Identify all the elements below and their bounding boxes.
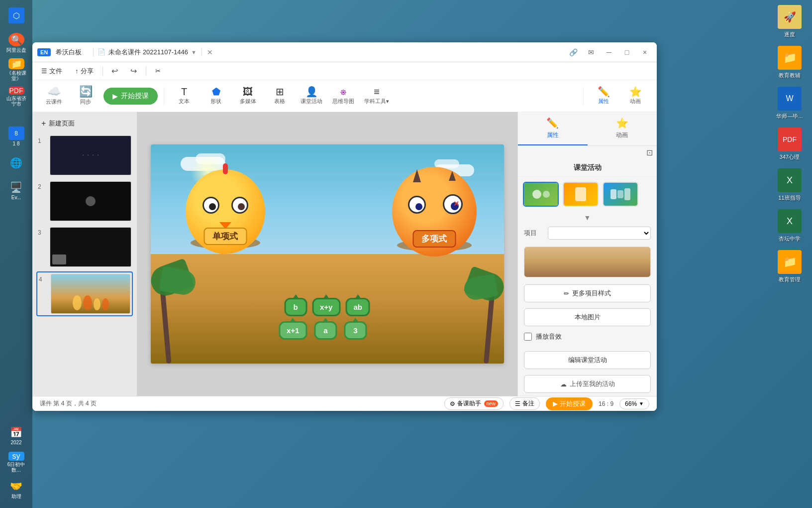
token-b[interactable]: b	[284, 298, 307, 316]
close-tab-btn[interactable]: ✕	[207, 48, 213, 56]
file-tab[interactable]: 📄 未命名课件 20221107-1446 ▼ ✕	[98, 48, 566, 57]
zoom-button[interactable]: 66% ▼	[619, 398, 649, 409]
slide-number-1: 1	[38, 135, 46, 144]
shape-label: 形状	[210, 98, 221, 105]
shape-tool[interactable]: ⬟ 形状	[202, 83, 230, 109]
share-menu[interactable]: ↑ 分享	[71, 65, 98, 78]
table-tool[interactable]: ⊞ 表格	[266, 83, 294, 109]
desktop-icon-right-6[interactable]: X 杏坛中学	[772, 209, 807, 243]
token-a[interactable]: a	[314, 321, 337, 340]
table-label: 表格	[274, 98, 285, 105]
start-teaching-label: 开始授课	[560, 399, 586, 408]
file-name: 未命名课件 20221107-1446	[108, 48, 188, 57]
upload-activity-button[interactable]: ☁ 上传至我的活动	[524, 375, 651, 393]
panel-expand-btn[interactable]: ⊡	[646, 148, 653, 157]
token-ab[interactable]: ab	[345, 298, 370, 316]
monster-eye-right: ✕	[443, 194, 463, 214]
text-label: 文本	[179, 98, 190, 105]
panel-project-row: 项目	[518, 224, 657, 243]
animation-tab[interactable]: ⭐ 动画	[588, 112, 657, 145]
token-xplusy[interactable]: x+y	[312, 298, 340, 316]
right-panel: ✏️ 属性 ⭐ 动画 ⊡ 课堂活动	[517, 112, 657, 396]
slide-item-3[interactable]: 3	[36, 226, 133, 268]
canvas-slide[interactable]: 单项式	[151, 144, 504, 364]
local-image-button[interactable]: 本地图片	[524, 308, 651, 326]
media-tool[interactable]: 🖼 多媒体	[234, 83, 262, 109]
close-btn[interactable]: ×	[638, 45, 652, 59]
start-teaching-button[interactable]: ▶ 开始授课	[546, 397, 593, 410]
minimize-btn[interactable]: ─	[602, 45, 616, 59]
maximize-btn[interactable]: □	[620, 45, 634, 59]
taskbar-icon-bottom2[interactable]: sy 6日初中数...	[4, 450, 28, 474]
taskbar-icon-bottom1[interactable]: 📅 2022	[4, 423, 28, 447]
props-tool[interactable]: ✏️ 属性	[590, 83, 617, 109]
props-tab[interactable]: ✏️ 属性	[518, 112, 588, 145]
activity-thumb-3[interactable]	[603, 182, 638, 207]
toolbar: ☁️ 云课件 🔄 同步 ▶ 开始授课 T 文本 ⬟ 形状 🖼 多媒体 ⊞ 表格	[32, 80, 657, 112]
props-tab-icon: ✏️	[546, 117, 559, 129]
play-icon: ▶	[112, 92, 118, 100]
taskbar-icon-3[interactable]: 📁 《名校课堂》	[4, 58, 28, 82]
cut-menu[interactable]: ✂	[151, 65, 165, 77]
app-logo: EN	[37, 48, 51, 56]
taskbar-icon-6[interactable]: 🌐	[4, 151, 28, 175]
status-right: ⚙ 备课助手 new ☰ 备注 ▶ 开始授课 16 : 9 66% ▼	[444, 397, 649, 410]
sound-effect-checkbox[interactable]	[524, 333, 532, 341]
project-select[interactable]	[548, 227, 651, 240]
edit-activity-button[interactable]: 编辑课堂活动	[524, 351, 651, 369]
slide-item-4[interactable]: 4	[36, 271, 133, 316]
token-xplus1[interactable]: x+1	[279, 321, 307, 340]
status-bar: 课件 第 4 页，共 4 页 ⚙ 备课助手 new ☰ 备注 ▶ 开始授课 16…	[32, 396, 657, 411]
slide-number-4: 4	[39, 274, 47, 283]
taskbar-icon-7[interactable]: 🖥️ Ev...	[4, 178, 28, 202]
mindmap-tool[interactable]: ⎈ 思维导图	[329, 83, 357, 109]
share-menu-label: 分享	[81, 67, 94, 76]
desktop-icon-right-3[interactable]: W 华师—毕...	[772, 87, 807, 120]
panel-top-controls: ⊡	[518, 146, 657, 159]
canvas-area: 单项式	[137, 112, 517, 396]
desktop-icon-right-1[interactable]: 🚀 逐度	[772, 5, 807, 38]
text-tool[interactable]: T 文本	[170, 83, 198, 109]
link-btn[interactable]: 🔗	[566, 45, 580, 59]
undo-button[interactable]: ↩	[108, 64, 122, 78]
file-menu[interactable]: ☰ 文件	[37, 65, 66, 78]
panel-down-arrow[interactable]: ▼	[584, 214, 591, 222]
new-page-label: 新建页面	[49, 119, 75, 128]
taskbar-icon-1[interactable]: ⬡	[4, 4, 28, 28]
animation-tool[interactable]: ⭐ 动画	[621, 83, 649, 109]
subject-tool[interactable]: ≡ 学科工具▾	[361, 83, 392, 109]
plus-icon: +	[41, 119, 46, 128]
redo-button[interactable]: ↪	[127, 64, 141, 78]
taskbar-icon-2[interactable]: 🔍 阿里云盘	[4, 31, 28, 55]
slide-thumb-3	[50, 227, 131, 267]
taskbar-icon-bottom3[interactable]: 🤝 助理	[4, 477, 28, 501]
subject-icon: ≡	[374, 87, 380, 97]
notes-button[interactable]: ☰ 备注	[509, 397, 540, 410]
mail-btn[interactable]: ✉	[584, 45, 598, 59]
activity-thumb-2[interactable]	[563, 182, 599, 207]
sound-effect-label: 播放音效	[536, 332, 562, 341]
chick-eye-left	[203, 197, 219, 214]
monster-eye-left	[408, 196, 426, 214]
slide-item-1[interactable]: 1 ・・・・	[36, 134, 133, 177]
desktop-icon-right-4[interactable]: PDF 347心理	[772, 127, 807, 161]
zoom-value: 66%	[625, 400, 637, 407]
taskbar-icon-4[interactable]: PDF 山东省济宁市	[4, 85, 28, 109]
prep-assistant-button[interactable]: ⚙ 备课助手 new	[444, 397, 504, 410]
token-3[interactable]: 3	[344, 321, 367, 340]
file-dropdown-icon[interactable]: ▼	[191, 49, 197, 55]
more-styles-button[interactable]: ✏ 更多项目样式	[524, 284, 651, 302]
cloud-tool[interactable]: ☁️ 云课件	[40, 83, 68, 109]
start-class-button[interactable]: ▶ 开始授课	[103, 88, 158, 105]
slide-item-2[interactable]: 2	[36, 180, 133, 223]
desktop-icon-right-5[interactable]: X 11班指导	[772, 168, 807, 202]
desktop-icon-right-2[interactable]: 📁 教育教辅	[772, 46, 807, 79]
desktop-icon-right-7[interactable]: 📁 教育管理	[772, 250, 807, 283]
activity-tool[interactable]: 👤 课堂活动	[298, 83, 325, 109]
activity-icon: 👤	[305, 87, 318, 97]
taskbar-icon-5[interactable]: 8 1 8	[4, 125, 28, 148]
sync-tool[interactable]: 🔄 同步	[72, 83, 100, 109]
table-icon: ⊞	[276, 87, 284, 97]
activity-thumb-1[interactable]	[523, 182, 559, 207]
new-page-button[interactable]: + 新建页面	[36, 116, 133, 131]
